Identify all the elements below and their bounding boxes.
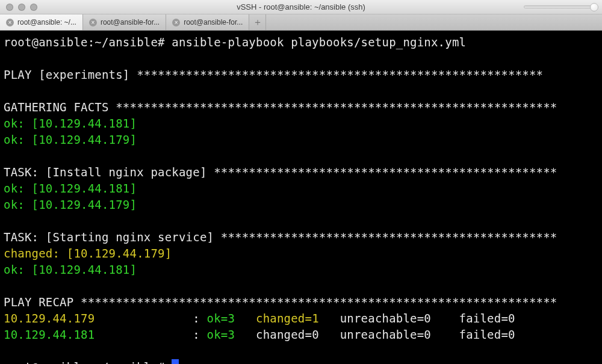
close-icon[interactable]: × <box>172 19 180 26</box>
recap-host: 10.129.44.179 <box>4 312 95 325</box>
recap-colon: : <box>193 328 206 341</box>
recap-pad <box>95 312 193 325</box>
shell-prompt: root@ansible:~/ansible# <box>4 360 172 364</box>
recap-ok: ok=3 <box>207 328 256 341</box>
terminal-output[interactable]: root@ansible:~/ansible# ansible-playbook… <box>0 31 602 364</box>
recap-changed: changed=1 <box>256 312 340 325</box>
changed-line: changed: [10.129.44.179] <box>4 247 172 260</box>
font-size-slider[interactable] <box>524 3 596 11</box>
ok-line: ok: [10.129.44.179] <box>4 133 137 146</box>
ok-line: ok: [10.129.44.181] <box>4 263 137 276</box>
tab-1[interactable]: × root@ansible: ~/... <box>0 14 83 30</box>
gathering-facts-header: GATHERING FACTS ************************… <box>4 100 564 114</box>
traffic-lights <box>6 4 37 11</box>
new-tab-button[interactable]: ＋ <box>249 14 266 30</box>
slider-track <box>524 5 596 8</box>
recap-ok: ok=3 <box>207 312 256 325</box>
task-header: TASK: [Starting nginx service] *********… <box>4 230 564 244</box>
ok-line: ok: [10.129.44.181] <box>4 117 137 130</box>
recap-pad <box>95 328 193 341</box>
tab-label: root@ansible-for... <box>184 18 243 26</box>
tab-label: root@ansible-for... <box>101 18 160 26</box>
zoom-window-button[interactable] <box>30 4 37 11</box>
tab-bar: × root@ansible: ~/... × root@ansible-for… <box>0 14 602 31</box>
ok-line: ok: [10.129.44.179] <box>4 198 137 211</box>
close-window-button[interactable] <box>6 4 13 11</box>
tab-2[interactable]: × root@ansible-for... <box>83 14 166 30</box>
minimize-window-button[interactable] <box>18 4 25 11</box>
tab-label: root@ansible: ~/... <box>17 18 76 26</box>
window-titlebar: vSSH - root@ansible: ~/ansible (ssh) <box>0 0 602 14</box>
shell-prompt: root@ansible:~/ansible# <box>4 35 172 49</box>
plus-icon: ＋ <box>253 16 262 29</box>
close-icon[interactable]: × <box>89 19 97 26</box>
play-header: PLAY [experiments] *********************… <box>4 68 550 81</box>
slider-thumb[interactable] <box>590 3 598 11</box>
recap-rest: unreachable=0 failed=0 <box>340 328 536 341</box>
task-header: TASK: [Install nginx package] **********… <box>4 165 564 179</box>
cursor <box>172 359 179 364</box>
play-recap-header: PLAY RECAP *****************************… <box>4 295 564 309</box>
recap-changed: changed=0 <box>256 328 340 341</box>
recap-rest: unreachable=0 failed=0 <box>340 312 536 325</box>
recap-colon: : <box>193 312 206 325</box>
ok-line: ok: [10.129.44.181] <box>4 182 137 195</box>
close-icon[interactable]: × <box>6 19 14 26</box>
tab-3[interactable]: × root@ansible-for... <box>166 14 249 30</box>
window-title: vSSH - root@ansible: ~/ansible (ssh) <box>0 2 602 11</box>
command-text: ansible-playbook playbooks/setup_nginx.y… <box>172 35 466 49</box>
recap-host: 10.129.44.181 <box>4 328 95 341</box>
